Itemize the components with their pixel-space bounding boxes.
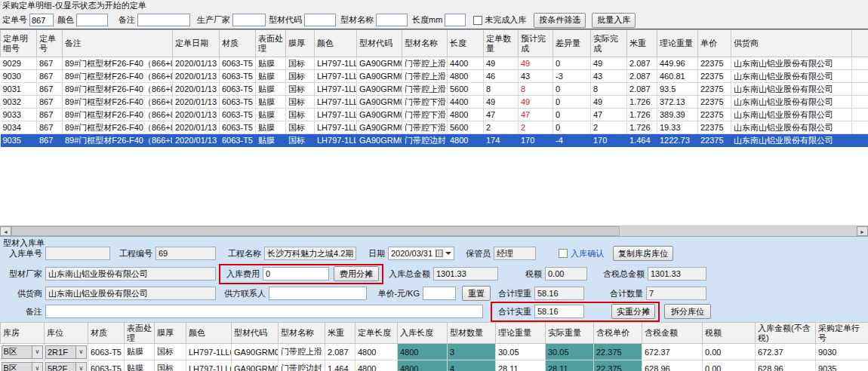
table-cell: 2 (519, 121, 553, 134)
batch-inbound-button[interactable]: 批量入库 (592, 13, 636, 28)
contact-field[interactable] (269, 287, 367, 300)
table-cell: 国标 (286, 134, 315, 147)
cost-field[interactable]: 0 (263, 267, 329, 281)
scroll-track[interactable] (11, 226, 857, 236)
table-cell: 6063-T5 (220, 83, 256, 96)
table-cell: 2020/01/13 (173, 57, 220, 70)
column-header: 型材名称 (402, 30, 448, 57)
table-cell: 2 (591, 121, 627, 134)
table-cell: 6063-T5 (220, 134, 256, 147)
manufacturer-label: 生产厂家 (197, 14, 230, 26)
table-cell: LH797-1LL0 (315, 57, 357, 70)
inbound-no-field (45, 247, 110, 260)
scroll-thumb[interactable] (11, 226, 620, 236)
unit-price-field[interactable] (423, 287, 456, 300)
table-row[interactable]: B区∨2R1F∨6063-T5贴膜国标LH797-1LL0GA90GRM03门带… (1, 344, 868, 360)
table-cell: LH797-1LL0 (315, 83, 357, 96)
filter-by-condition-button[interactable]: 按条件筛选 (534, 13, 586, 28)
table-cell: 372.13 (657, 96, 698, 109)
remark2-field[interactable] (45, 305, 483, 318)
table-cell: 4800 (356, 344, 398, 360)
factory-label: 型材厂家 (3, 267, 42, 281)
cost-allocate-button[interactable]: 费用分摊 (334, 266, 379, 281)
column-header: 入库金额(不含税) (756, 323, 816, 344)
total-actual-field[interactable]: 58.16 (534, 305, 584, 318)
order-no-input[interactable] (29, 14, 54, 26)
total-theory-label: 合计理重 (495, 287, 531, 300)
table-cell: 9035 (816, 360, 868, 371)
combo-value: B区 (2, 346, 32, 357)
table-cell: 山东南山铝业股份有限公司 (731, 134, 852, 147)
weight-allocate-button[interactable]: 实重分摊 (611, 304, 655, 319)
table-row[interactable]: 903086789#门框型材F26-F40（866+867）2020/01/13… (1, 70, 868, 83)
table-cell: 47 (519, 109, 553, 121)
table-cell: 贴膜 (256, 134, 286, 147)
split-location-button[interactable]: 拆分库位 (664, 304, 711, 319)
copy-location-button[interactable]: 复制库房库位 (613, 246, 673, 261)
table-cell: 2.087 (627, 83, 657, 96)
supplier-field: 山东南山铝业股份有限公司 (45, 287, 216, 300)
table-cell: 门带腔边封 (402, 134, 448, 147)
table-cell: 628.96 (756, 360, 816, 371)
table-row[interactable]: 903486789#门框型材F26-F40（866+867）2020/01/13… (1, 121, 868, 134)
chevron-down-icon[interactable]: ∨ (32, 363, 42, 371)
profile-code-input[interactable] (304, 14, 336, 26)
table-cell: GA90GRM03 (357, 57, 402, 70)
chevron-down-icon[interactable]: ∨ (75, 363, 86, 371)
table-cell: 门带腔边封 (279, 360, 325, 371)
combo-select[interactable]: B区∨ (1, 360, 45, 371)
combo-select[interactable]: 5B2F∨ (45, 360, 88, 371)
chevron-down-icon[interactable]: ∨ (75, 346, 86, 358)
table-cell: 贴膜 (256, 70, 286, 83)
table-cell: 门带腔上滑 (402, 57, 448, 70)
profile-name-input[interactable] (376, 14, 408, 26)
table-cell: 46 (484, 70, 519, 83)
table-row[interactable]: 903586789#门框型材F26-F40（866+867）2020/01/13… (1, 134, 868, 147)
manufacturer-input[interactable] (232, 14, 266, 26)
length-input[interactable] (445, 14, 466, 26)
column-header: 颜色 (186, 323, 232, 344)
table-cell: 49 (484, 57, 519, 70)
table-cell: 4800 (448, 70, 484, 83)
calendar-icon[interactable] (436, 250, 443, 257)
table-cell: 4800 (356, 360, 398, 371)
column-header: 供货商 (731, 30, 852, 57)
table-cell: 89#门框型材F26-F40（866+867） (63, 96, 173, 109)
column-header: 定单号 (37, 30, 63, 57)
table-cell: 1222.73 (657, 134, 698, 147)
remark-input[interactable] (137, 14, 190, 26)
table-cell: 0.00 (703, 360, 756, 371)
table-row[interactable]: 903286789#门框型材F26-F40（866+867）2020/01/13… (1, 96, 868, 109)
color-label: 颜色 (57, 14, 74, 26)
table-row[interactable]: 903386789#门框型材F26-F40（866+867）2020/01/13… (1, 109, 868, 121)
table-cell: 国标 (286, 121, 315, 134)
scroll-right-arrow-icon[interactable]: ► (857, 226, 868, 236)
horizontal-scrollbar[interactable]: ◄ ► (0, 225, 868, 236)
scroll-left-arrow-icon[interactable]: ◄ (0, 226, 11, 236)
column-header: 型材名称 (279, 323, 325, 344)
column-header: 采购定单行号 (816, 323, 868, 344)
table-row[interactable]: 903186789#门框型材F26-F40（866+867）2020/01/13… (1, 83, 868, 96)
chevron-down-icon[interactable]: ∨ (32, 346, 42, 358)
table-cell (852, 57, 868, 70)
table-cell: 贴膜 (256, 83, 286, 96)
table-row[interactable]: B区∨5B2F∨6063-T5贴膜国标LH797-1LL0GA90GRM05门带… (1, 360, 868, 371)
dropdown-arrow-icon[interactable] (445, 252, 451, 255)
column-header: 含税单价 (594, 323, 642, 344)
table-cell: LH797-1LL0 (315, 134, 357, 147)
table-cell: 4 (448, 360, 496, 371)
combo-select[interactable]: B区∨ (1, 344, 45, 360)
table-cell: 6063-T5 (220, 70, 256, 83)
reset-button[interactable]: 重置 (462, 286, 491, 301)
inbound-confirm-checkbox[interactable] (559, 249, 568, 258)
combo-select[interactable]: 2R1F∨ (45, 344, 88, 360)
table-cell: 国标 (155, 344, 186, 360)
table-row[interactable]: 902986789#门框型材F26-F40（866+867）2020/01/13… (1, 57, 868, 70)
column-header: 定单数量 (484, 30, 519, 57)
date-field[interactable]: 2020/03/31 (388, 247, 454, 260)
table-cell: 山东南山铝业股份有限公司 (731, 70, 852, 83)
color-input[interactable] (76, 14, 108, 26)
project-no-label: 工程编号 (115, 247, 152, 260)
unit-price-label: 单价-元/KG (374, 287, 420, 300)
unfinished-checkbox[interactable] (473, 16, 482, 25)
